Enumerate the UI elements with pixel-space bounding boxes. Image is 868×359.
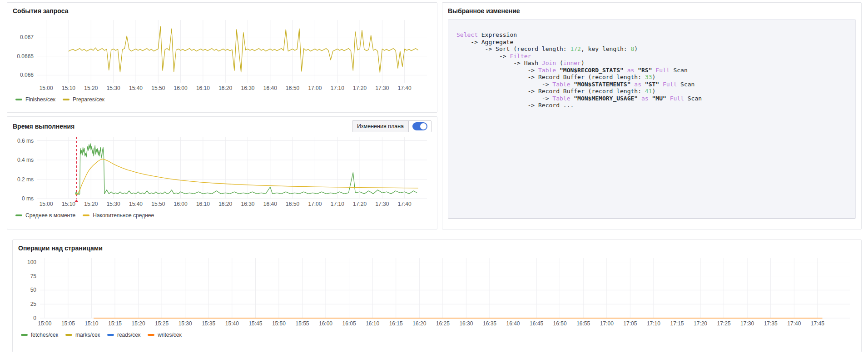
svg-text:100: 100 bbox=[27, 259, 36, 265]
svg-text:15:05: 15:05 bbox=[61, 320, 75, 327]
legend-swatch bbox=[63, 99, 69, 100]
svg-text:17:10: 17:10 bbox=[331, 85, 344, 91]
page-operations-chart[interactable]: 15:0015:0515:1015:1515:2015:2515:3015:35… bbox=[18, 253, 856, 329]
panel-page-operations: Операции над страницами 15:0015:0515:101… bbox=[12, 239, 862, 352]
svg-text:15:30: 15:30 bbox=[179, 320, 192, 327]
svg-text:15:00: 15:00 bbox=[40, 85, 53, 91]
svg-text:16:05: 16:05 bbox=[342, 320, 356, 327]
svg-text:0.2 ms: 0.2 ms bbox=[17, 176, 34, 183]
svg-text:17:05: 17:05 bbox=[623, 320, 637, 327]
svg-text:16:10: 16:10 bbox=[366, 320, 379, 327]
svg-text:16:50: 16:50 bbox=[286, 85, 299, 91]
legend-label: writes/сек bbox=[158, 332, 182, 338]
svg-text:17:45: 17:45 bbox=[811, 320, 824, 327]
svg-text:15:40: 15:40 bbox=[225, 320, 239, 327]
svg-text:15:00: 15:00 bbox=[38, 320, 51, 327]
svg-text:15:50: 15:50 bbox=[151, 201, 165, 207]
panel-title: Время выполнения bbox=[13, 122, 74, 131]
query-plan-text: Select Expression -> Aggregate -> Sort (… bbox=[456, 31, 847, 109]
svg-text:17:00: 17:00 bbox=[600, 320, 614, 327]
execution-time-chart[interactable]: 15:0015:1015:2015:3015:4015:5016:0016:10… bbox=[13, 132, 432, 209]
svg-text:16:25: 16:25 bbox=[436, 320, 450, 327]
page-operations-legend: fetches/секmarks/секreads/секwrites/сек bbox=[18, 332, 856, 338]
svg-text:17:25: 17:25 bbox=[717, 320, 731, 327]
svg-text:17:10: 17:10 bbox=[331, 201, 344, 207]
svg-text:17:30: 17:30 bbox=[740, 320, 754, 327]
svg-text:16:00: 16:00 bbox=[174, 201, 188, 207]
legend-label: Среднее в моменте bbox=[25, 212, 75, 219]
svg-text:16:55: 16:55 bbox=[576, 320, 590, 327]
svg-text:15:30: 15:30 bbox=[107, 201, 120, 207]
legend-label: Накопительное среднее bbox=[93, 212, 154, 219]
legend-item[interactable]: Среднее в моменте bbox=[15, 212, 75, 219]
svg-text:15:35: 15:35 bbox=[202, 320, 215, 327]
legend-item[interactable]: writes/сек bbox=[148, 332, 182, 338]
svg-text:17:00: 17:00 bbox=[308, 85, 322, 91]
panel-selected-change: Выбранное изменение Select Expression ->… bbox=[442, 2, 862, 229]
svg-text:16:20: 16:20 bbox=[218, 85, 232, 91]
svg-text:15:50: 15:50 bbox=[151, 85, 165, 91]
svg-text:16:00: 16:00 bbox=[319, 320, 332, 327]
svg-text:16:10: 16:10 bbox=[196, 201, 210, 207]
svg-text:15:15: 15:15 bbox=[108, 320, 122, 327]
request-events-legend: Finishes/секPrepares/сек bbox=[13, 96, 432, 103]
svg-text:17:35: 17:35 bbox=[764, 320, 778, 327]
svg-text:16:40: 16:40 bbox=[506, 320, 520, 327]
legend-swatch bbox=[21, 334, 28, 336]
svg-text:17:00: 17:00 bbox=[308, 201, 322, 207]
panel-execution-time: Время выполнения Изменения плана 15:0015… bbox=[7, 116, 437, 229]
svg-text:15:10: 15:10 bbox=[84, 320, 98, 327]
legend-item[interactable]: reads/сек bbox=[107, 332, 140, 338]
svg-text:15:40: 15:40 bbox=[129, 201, 143, 207]
svg-text:0: 0 bbox=[33, 315, 36, 321]
legend-label: Finishes/сек bbox=[25, 96, 55, 103]
svg-text:16:35: 16:35 bbox=[483, 320, 496, 327]
request-events-chart[interactable]: 15:0015:1015:2015:3015:4015:5016:0016:10… bbox=[13, 15, 432, 94]
svg-text:15:00: 15:00 bbox=[40, 201, 53, 207]
svg-text:75: 75 bbox=[30, 273, 37, 279]
svg-text:15:50: 15:50 bbox=[272, 320, 286, 327]
legend-item[interactable]: marks/сек bbox=[65, 332, 100, 338]
toggle-switch-container bbox=[409, 121, 431, 132]
svg-text:0.0665: 0.0665 bbox=[17, 53, 34, 60]
svg-text:16:30: 16:30 bbox=[241, 201, 254, 207]
svg-text:17:20: 17:20 bbox=[694, 320, 707, 327]
panel-request-events: События запроса 15:0015:1015:2015:3015:4… bbox=[7, 2, 437, 113]
svg-text:17:30: 17:30 bbox=[375, 201, 389, 207]
query-plan-code-block: Select Expression -> Aggregate -> Sort (… bbox=[448, 19, 856, 219]
svg-text:16:15: 16:15 bbox=[389, 320, 403, 327]
legend-item[interactable]: fetches/сек bbox=[21, 332, 58, 338]
svg-text:0.4 ms: 0.4 ms bbox=[17, 157, 34, 163]
legend-item[interactable]: Накопительное среднее bbox=[83, 212, 154, 219]
legend-swatch bbox=[83, 214, 89, 216]
svg-text:0.066: 0.066 bbox=[20, 72, 34, 78]
legend-item[interactable]: Finishes/сек bbox=[15, 96, 55, 103]
toggle-knob bbox=[420, 123, 427, 130]
panel-header: Время выполнения Изменения плана bbox=[13, 120, 432, 132]
svg-text:17:15: 17:15 bbox=[670, 320, 684, 327]
svg-text:15:25: 15:25 bbox=[155, 320, 169, 327]
svg-text:16:40: 16:40 bbox=[263, 85, 277, 91]
legend-swatch bbox=[15, 214, 22, 216]
legend-label: reads/сек bbox=[117, 332, 140, 338]
plan-changes-toggle-group: Изменения плана bbox=[352, 120, 432, 132]
svg-text:50: 50 bbox=[30, 287, 37, 293]
svg-text:16:10: 16:10 bbox=[196, 85, 210, 91]
svg-text:15:55: 15:55 bbox=[295, 320, 309, 327]
svg-text:16:30: 16:30 bbox=[459, 320, 473, 327]
legend-swatch bbox=[15, 99, 22, 100]
svg-text:16:50: 16:50 bbox=[553, 320, 567, 327]
svg-text:15:45: 15:45 bbox=[248, 320, 262, 327]
svg-text:16:30: 16:30 bbox=[241, 85, 254, 91]
svg-text:15:30: 15:30 bbox=[107, 85, 120, 91]
svg-text:16:20: 16:20 bbox=[218, 201, 232, 207]
svg-text:17:40: 17:40 bbox=[787, 320, 801, 327]
legend-item[interactable]: Prepares/сек bbox=[63, 96, 104, 103]
legend-label: Prepares/сек bbox=[73, 96, 104, 103]
svg-text:15:40: 15:40 bbox=[129, 85, 143, 91]
svg-text:16:50: 16:50 bbox=[286, 201, 299, 207]
panel-title: События запроса bbox=[13, 6, 432, 15]
svg-text:15:20: 15:20 bbox=[132, 320, 145, 327]
plan-changes-toggle[interactable] bbox=[412, 122, 427, 130]
svg-text:17:40: 17:40 bbox=[398, 85, 412, 91]
